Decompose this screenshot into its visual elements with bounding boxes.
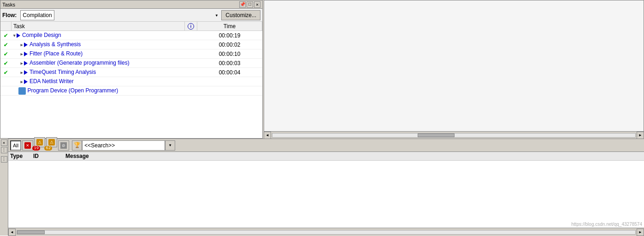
- warn2-badge: 62: [44, 146, 52, 151]
- task-info-cell: [184, 77, 197, 86]
- side-icon-dots2[interactable]: ⋮: [1, 156, 7, 163]
- messages-side-icons: ✕ ⋮ ⋮: [0, 139, 8, 236]
- error-filter-wrapper: ✕: [22, 140, 33, 151]
- pin-icon[interactable]: 📌: [239, 1, 246, 8]
- task-name-link[interactable]: Assembler (Generate programming files): [30, 60, 130, 66]
- search-trophy-icon: 🏆: [72, 140, 82, 151]
- scroll-bottom-right[interactable]: ▶: [637, 229, 644, 236]
- search-dropdown-arrow[interactable]: ▼: [165, 140, 175, 151]
- message-col-header: Message: [65, 153, 642, 159]
- task-name-cell[interactable]: ▶EDA Netlist Writer: [11, 77, 184, 86]
- flow-select-wrapper: Compilation ▼: [20, 10, 219, 20]
- scroll-bottom-left[interactable]: ◀: [8, 229, 16, 236]
- tasks-titlebar: Tasks 📌 □ ✕: [0, 0, 262, 9]
- task-expand-arrow[interactable]: ▼: [13, 34, 15, 38]
- error-filter-button[interactable]: ✕: [22, 140, 33, 151]
- flow-row: Flow: Compilation ▼ Customize...: [0, 9, 262, 22]
- task-time-cell: 00:00:04: [197, 68, 262, 77]
- suppress-filter-button[interactable]: ⊘: [58, 140, 69, 151]
- task-info-cell: [184, 86, 197, 96]
- error-icon: ✕: [24, 142, 31, 149]
- task-name-cell[interactable]: ▶TimeQuest Timing Analysis: [11, 68, 184, 77]
- task-status-cell: ✔: [0, 31, 11, 40]
- warn1-filter-wrapper: ⚠ 19: [34, 137, 45, 154]
- task-info-cell: [184, 40, 197, 49]
- tasks-title: Tasks: [2, 2, 15, 7]
- task-time-cell: 00:00:19: [197, 31, 262, 40]
- messages-toolbar: All ✕ ⚠ 19 ⚠ 62 ⊘ 🏆 ▼: [0, 139, 644, 152]
- side-icon-x[interactable]: ✕: [1, 139, 7, 146]
- flow-select[interactable]: Compilation: [20, 10, 54, 20]
- task-row: ✔▶Assembler (Generate programming files)…: [0, 59, 262, 68]
- right-panel: [264, 0, 644, 139]
- task-name-link[interactable]: Fitter (Place & Route): [30, 50, 83, 57]
- warn2-icon: ⚠: [48, 139, 55, 145]
- play-icon: [17, 33, 20, 38]
- messages-header: Type ID Message: [0, 152, 644, 161]
- task-row: ✔▶TimeQuest Timing Analysis00:00:04: [0, 68, 262, 77]
- status-col-header: [0, 22, 11, 31]
- play-icon: [24, 52, 28, 56]
- flow-label: Flow:: [2, 12, 17, 18]
- messages-panel: All ✕ ⚠ 19 ⚠ 62 ⊘ 🏆 ▼ Type: [0, 139, 644, 236]
- customize-button[interactable]: Customize...: [221, 10, 260, 20]
- search-input[interactable]: [82, 140, 165, 151]
- suppress-icon: ⊘: [60, 142, 67, 149]
- bottom-scroll-track[interactable]: [17, 230, 636, 235]
- task-expand-arrow[interactable]: ▶: [20, 42, 23, 48]
- right-panel-scrollbar[interactable]: ◀ ▶: [264, 131, 644, 139]
- watermark: https://blog.csdn.net/qq_43278574: [572, 222, 642, 227]
- task-name-cell[interactable]: ▼Compile Design: [11, 31, 184, 40]
- type-col-header: Type: [10, 153, 33, 159]
- task-time-cell: 00:00:03: [197, 59, 262, 68]
- play-icon: [24, 79, 28, 84]
- play-icon: [24, 61, 28, 66]
- warn1-icon: ⚠: [36, 139, 43, 145]
- task-status-cell: [0, 86, 11, 96]
- flow-select-arrow-icon: ▼: [216, 13, 218, 17]
- task-expand-arrow[interactable]: ▶: [20, 79, 23, 85]
- play-icon: [24, 42, 28, 47]
- checkmark-icon: ✔: [4, 69, 8, 76]
- scroll-right-arrow[interactable]: ▶: [637, 132, 644, 139]
- task-expand-arrow[interactable]: ▶: [20, 52, 23, 57]
- task-name-cell[interactable]: ▶Fitter (Place & Route): [11, 49, 184, 59]
- scroll-thumb[interactable]: [418, 133, 455, 137]
- scroll-left-arrow[interactable]: ◀: [264, 132, 271, 139]
- task-expand-arrow[interactable]: ▶: [20, 70, 23, 75]
- task-info-cell: [184, 49, 197, 59]
- warn1-badge: 19: [32, 146, 40, 151]
- task-expand-arrow[interactable]: ▶: [20, 61, 23, 66]
- task-name-link[interactable]: Analysis & Synthesis: [30, 41, 81, 48]
- bottom-scroll-thumb[interactable]: [17, 230, 45, 234]
- task-name-cell[interactable]: Program Device (Open Programmer): [11, 86, 184, 96]
- task-row: Program Device (Open Programmer): [0, 86, 262, 96]
- task-name-header: Task: [11, 22, 184, 31]
- checkmark-icon: ✔: [4, 32, 8, 39]
- task-table: Task i Time ✔▼Compile Design00:00:19✔▶An…: [0, 22, 262, 96]
- side-icon-dots[interactable]: ⋮: [1, 147, 7, 153]
- task-time-cell: [197, 86, 262, 96]
- task-name-cell[interactable]: ▶Assembler (Generate programming files): [11, 59, 184, 68]
- all-filter-button[interactable]: All: [10, 140, 21, 151]
- task-row: ✔▶Analysis & Synthesis00:00:02: [0, 40, 262, 49]
- scroll-track[interactable]: [272, 133, 636, 138]
- task-info-cell: [184, 31, 197, 40]
- play-icon: [24, 70, 28, 75]
- close-icon[interactable]: ✕: [254, 1, 260, 8]
- task-name-cell[interactable]: ▶Analysis & Synthesis: [11, 40, 184, 49]
- task-name-link[interactable]: Compile Design: [22, 32, 61, 38]
- checkmark-icon: ✔: [4, 50, 8, 58]
- restore-icon[interactable]: □: [247, 1, 253, 8]
- task-name-link[interactable]: Program Device (Open Programmer): [27, 87, 118, 94]
- checkmark-icon: ✔: [4, 60, 8, 67]
- time-header: Time: [197, 22, 262, 31]
- info-header-icon: i: [188, 23, 194, 30]
- id-col-header: ID: [33, 153, 65, 159]
- task-name-link[interactable]: EDA Netlist Writer: [30, 78, 74, 85]
- bottom-scrollbar[interactable]: ◀ ▶: [8, 228, 644, 236]
- warn2-filter-wrapper: ⚠ 62: [46, 137, 57, 154]
- task-status-cell: ✔: [0, 49, 11, 59]
- task-row: ✔▼Compile Design00:00:19: [0, 31, 262, 40]
- task-name-link[interactable]: TimeQuest Timing Analysis: [30, 69, 96, 75]
